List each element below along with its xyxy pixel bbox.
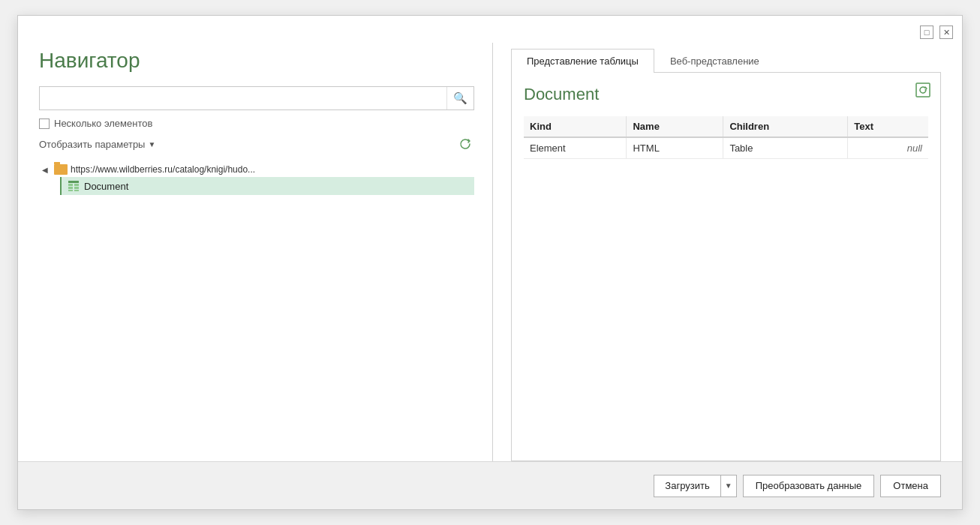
refresh-button[interactable]: [456, 135, 474, 153]
search-input[interactable]: [40, 87, 446, 110]
dialog-body: Навигатор 🔍 Несколько элементов Отобрази…: [18, 43, 962, 461]
display-row: Отобразить параметры ▼: [39, 135, 474, 153]
table-row: Element HTML Table null: [524, 137, 928, 159]
dialog-title: Навигатор: [39, 49, 474, 73]
maximize-button[interactable]: □: [920, 26, 933, 39]
preview-title: Document: [524, 85, 928, 104]
search-row: 🔍: [39, 86, 474, 110]
display-options-button[interactable]: Отобразить параметры ▼: [39, 139, 155, 150]
load-dropdown-arrow-icon: ▼: [725, 482, 732, 490]
data-table: Kind Name Children Text Element HTML Tab…: [524, 116, 928, 159]
vertical-divider: [492, 43, 493, 461]
transform-button[interactable]: Преобразовать данные: [743, 475, 875, 497]
col-name: Name: [627, 116, 723, 137]
tree-children: Document: [60, 177, 474, 195]
chevron-down-icon: ▼: [148, 140, 155, 148]
close-button[interactable]: ✕: [939, 26, 953, 39]
cell-kind: Element: [524, 137, 627, 159]
svg-rect-6: [74, 190, 79, 191]
load-button-group: Загрузить ▼: [654, 475, 736, 497]
tree-root-node: ◀ https://www.wildberries.ru/catalog/kni…: [39, 162, 474, 177]
load-dropdown-button[interactable]: ▼: [720, 475, 737, 497]
tabs-row: Представление таблицы Веб-представление: [511, 49, 941, 73]
tree-child-label: Document: [84, 181, 128, 192]
table-body: Element HTML Table null: [524, 137, 928, 159]
cancel-button[interactable]: Отмена: [880, 475, 941, 497]
preview-area: Document Kind Name Childre: [511, 73, 941, 461]
cell-children: Table: [723, 137, 848, 159]
load-button[interactable]: Загрузить: [654, 475, 720, 497]
window-controls: □ ✕: [920, 26, 953, 39]
display-options-label: Отобразить параметры: [39, 139, 145, 150]
multiple-items-row: Несколько элементов: [39, 118, 474, 129]
search-button[interactable]: 🔍: [446, 87, 473, 110]
table-icon: [68, 180, 80, 192]
svg-rect-3: [68, 187, 73, 189]
refresh-icon: [458, 136, 473, 152]
svg-rect-4: [74, 187, 79, 189]
table-header: Kind Name Children Text: [524, 116, 928, 137]
cell-text: null: [848, 137, 928, 159]
col-text: Text: [848, 116, 928, 137]
svg-rect-2: [74, 184, 79, 186]
multiple-items-label: Несколько элементов: [54, 118, 152, 129]
tree-area: ◀ https://www.wildberries.ru/catalog/kni…: [39, 162, 474, 461]
tree-child-document[interactable]: Document: [60, 177, 474, 195]
table-header-row: Kind Name Children Text: [524, 116, 928, 137]
right-panel: Представление таблицы Веб-представление …: [511, 43, 941, 461]
col-children: Children: [723, 116, 848, 137]
left-panel: Навигатор 🔍 Несколько элементов Отобрази…: [39, 43, 474, 461]
svg-rect-0: [68, 181, 79, 183]
tree-arrow-icon[interactable]: ◀: [42, 166, 51, 174]
svg-rect-7: [916, 83, 930, 97]
footer: Загрузить ▼ Преобразовать данные Отмена: [18, 461, 962, 509]
preview-refresh-icon: [915, 82, 931, 98]
navigator-dialog: □ ✕ Навигатор 🔍 Несколько элементов Отоб…: [17, 15, 963, 510]
col-kind: Kind: [524, 116, 627, 137]
multiple-items-checkbox[interactable]: [39, 118, 50, 129]
svg-rect-1: [68, 184, 73, 186]
tree-root-label: https://www.wildberries.ru/catalog/knigi…: [71, 164, 255, 175]
cell-name: HTML: [627, 137, 723, 159]
title-bar: □ ✕: [18, 16, 962, 43]
tab-web-view[interactable]: Веб-представление: [654, 49, 775, 73]
tab-table-view[interactable]: Представление таблицы: [511, 49, 654, 73]
svg-rect-5: [68, 190, 73, 191]
preview-refresh-button[interactable]: [915, 82, 931, 102]
folder-icon: [54, 164, 68, 175]
